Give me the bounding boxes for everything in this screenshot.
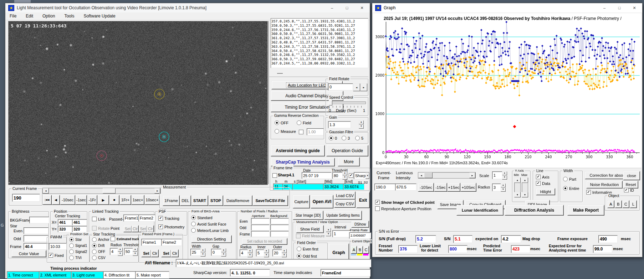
plus-10sec-button[interactable]: 10sec+	[144, 195, 160, 205]
sharp-combobox[interactable]: Sharp▼	[354, 172, 370, 179]
light-curve-canvas[interactable]	[373, 13, 642, 168]
passed-clr1-button[interactable]: Clr	[151, 249, 159, 257]
position-y-tracking[interactable]: 320	[72, 226, 87, 232]
interval-spinner[interactable]: ▲▼	[326, 228, 331, 236]
bkg-frame-field[interactable]	[29, 217, 49, 223]
close-icon[interactable]: ✕	[354, 3, 369, 12]
rotate-left-button[interactable]: ◄	[353, 83, 360, 91]
link-set1-button[interactable]: Set	[123, 225, 132, 232]
posset-star-radio[interactable]: Star	[69, 237, 82, 242]
luminous-intensity-field[interactable]: 670.5	[395, 184, 416, 191]
reset-button[interactable]: Reset	[623, 181, 638, 188]
track-anchor-radio[interactable]: Anchor	[92, 237, 109, 242]
make-report-button[interactable]: Make Report	[567, 205, 604, 216]
exit-button[interactable]: Exit	[356, 192, 370, 208]
data-remove-button[interactable]: DataRemove	[223, 195, 252, 206]
noise-reduction-button[interactable]: Noise Reduction	[586, 181, 623, 188]
minimize-icon[interactable]: –	[324, 3, 339, 12]
gaussian-3-radio[interactable]: 3	[342, 136, 350, 140]
track-drift-radio[interactable]: Drift	[92, 243, 104, 248]
limovie-titlebar[interactable]: ★ Light Measurement tool for Occultation…	[5, 3, 370, 12]
ymax-track[interactable]	[522, 182, 528, 192]
more-button[interactable]: More	[338, 157, 360, 166]
lunar-identification-button[interactable]: Lunar Identification	[456, 205, 504, 216]
scale-spinner[interactable]: ▲▼	[502, 171, 507, 180]
date-input[interactable]: 25 07 19	[302, 172, 332, 179]
graph-minimize-icon[interactable]: –	[597, 3, 612, 12]
ymax-down-icon[interactable]: ▼	[522, 192, 528, 197]
link-checkbox[interactable]: Link	[92, 217, 105, 221]
gain-spinner[interactable]: ▲▼	[359, 120, 364, 129]
graph-current-frame-field[interactable]: 190.0	[374, 184, 396, 191]
diffraction-analysis-button[interactable]: Diffraction Analysis	[505, 205, 564, 216]
graph-maximize-icon[interactable]: □	[612, 3, 627, 12]
passed-set1-button[interactable]: Set	[141, 249, 151, 257]
speed-slider[interactable]	[329, 102, 366, 104]
frame-brightness-field[interactable]: 40.4	[24, 243, 48, 250]
update-setting-items-button[interactable]: Update Setting Items	[324, 211, 362, 220]
estimated-track-checkbox[interactable]: Estimated track	[111, 237, 139, 241]
dshow-button[interactable]: DShow	[351, 221, 369, 228]
close-window-button[interactable]: close	[623, 171, 640, 180]
bkg-width-spinner[interactable]: ▲▼	[200, 248, 205, 257]
star-odd-field[interactable]	[24, 235, 48, 242]
interval-input[interactable]: 1	[332, 230, 351, 237]
gaussian-0-radio[interactable]: 0	[329, 136, 337, 140]
passed-clr2-button[interactable]: Clr	[171, 249, 179, 257]
current-frame-input[interactable]: 190	[12, 194, 40, 202]
psf-tracking-checkbox[interactable]: ✓Tracking	[158, 216, 179, 221]
ymin-track[interactable]	[514, 182, 521, 192]
skip-start-button[interactable]: |◀◀	[42, 195, 52, 205]
npx-even-background[interactable]	[270, 218, 289, 224]
line-axis-checkbox[interactable]: ✓Axis	[536, 175, 550, 179]
graph-scroll-thumb[interactable]	[424, 172, 433, 178]
posset-signal2-radio[interactable]: Signal2	[69, 249, 87, 254]
minus-10sec-graph-button[interactable]: -10Sec	[418, 183, 434, 192]
gaussian-5-radio[interactable]: 5	[355, 136, 363, 140]
splitter[interactable]	[268, 21, 269, 184]
passed-set2-button[interactable]: Set	[161, 249, 171, 257]
start-button[interactable]: START	[191, 195, 208, 206]
plus-1sec-graph-button[interactable]: +1Sec	[447, 183, 460, 192]
star-image-3d-button[interactable]: Star Image [3D]	[293, 211, 323, 220]
end-second-field[interactable]: 33.6074	[343, 184, 364, 190]
object-select-b[interactable]: B	[615, 200, 622, 208]
track-csv-radio[interactable]: CSV	[92, 255, 106, 260]
open-avi-button[interactable]: Open AVI	[311, 195, 333, 208]
link-clr2-button[interactable]: Clr	[147, 225, 154, 232]
maximize-icon[interactable]: □	[339, 3, 354, 12]
ymin-down-icon[interactable]: ▼	[514, 192, 521, 197]
gamma-checkbox[interactable]	[299, 130, 303, 134]
ymax-up-icon[interactable]: ▲	[522, 177, 528, 183]
video-frame[interactable]	[8, 21, 268, 185]
mid-second-field[interactable]: 33.3624	[323, 184, 344, 190]
even-first-radio[interactable]: Even first	[297, 247, 318, 251]
npx-frame-aperture[interactable]	[251, 231, 270, 237]
id-checkbox[interactable]: ✓ID	[624, 188, 634, 192]
resize-dash[interactable]	[277, 73, 283, 74]
gamma-field-radio[interactable]: Field	[297, 120, 311, 125]
load-csv-button[interactable]: Load CSV	[334, 191, 356, 200]
npx-frame-background[interactable]	[270, 231, 289, 237]
track-radius-spinner[interactable]: ▲▼	[118, 248, 123, 256]
play-button[interactable]: ▶	[97, 195, 109, 205]
hilight-button[interactable]: Hilight	[536, 188, 555, 195]
gain-input[interactable]: 1.3	[328, 121, 351, 128]
link-clr1-button[interactable]: Clr	[132, 225, 139, 232]
capture-button[interactable]: Capture	[293, 195, 310, 208]
stop-measure-button[interactable]: STOP	[208, 195, 223, 206]
bkg-standard-radio[interactable]: Standard	[191, 215, 213, 220]
menu-option[interactable]: Option	[42, 12, 55, 20]
width-entire-radio[interactable]: Entire	[563, 186, 579, 191]
graph-scrollbar[interactable]: ◄ ►	[418, 172, 476, 179]
object-select-a[interactable]: A	[607, 200, 614, 208]
object-select-l[interactable]: L	[630, 200, 637, 208]
copy-csv-button[interactable]: Copy CSV	[334, 200, 356, 208]
object-c-button[interactable]: C	[363, 246, 369, 254]
asteroid-timing-guide-button[interactable]: Asteroid timing guide	[271, 145, 325, 156]
show-field-button[interactable]: Show Field	[296, 225, 324, 233]
plus-1sec-button[interactable]: 1sec+	[131, 195, 144, 205]
minus-1sec-button[interactable]: -1sec	[75, 195, 87, 205]
color-value-button[interactable]: Color Value	[11, 250, 46, 257]
link-set2-button[interactable]: Set	[139, 225, 147, 232]
